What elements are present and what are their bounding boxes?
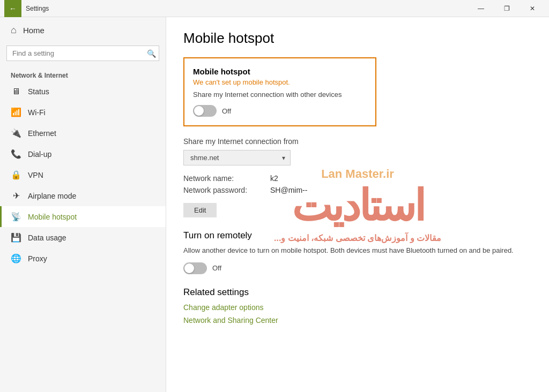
airplane-icon: ✈	[11, 191, 21, 201]
close-button[interactable]: ✕	[520, 0, 545, 17]
datausage-icon: 💾	[11, 232, 21, 243]
sidebar-item-label: Airplane mode	[28, 192, 76, 200]
proxy-icon: 🌐	[11, 253, 21, 263]
sidebar-item-label: Wi-Fi	[28, 108, 46, 117]
remotely-toggle-label: Off	[212, 264, 221, 272]
sidebar-section-title: Network & Internet	[0, 67, 166, 81]
sidebar-item-label: Ethernet	[28, 129, 56, 138]
ethernet-icon: 🔌	[11, 128, 21, 138]
toggle-knob	[194, 106, 204, 116]
maximize-button[interactable]: ❐	[494, 0, 519, 17]
home-label: Home	[23, 26, 44, 35]
network-password-key: Network password:	[183, 186, 264, 194]
titlebar: ← Settings — ❐ ✕	[0, 0, 549, 17]
remotely-description: Allow another device to turn on mobile h…	[183, 245, 532, 256]
remotely-toggle-row: Off	[183, 262, 532, 274]
hotspot-card: Mobile hotspot We can't set up mobile ho…	[183, 57, 376, 126]
sidebar-item-label: Data usage	[28, 233, 66, 242]
network-password-value: SH@mim--	[270, 186, 532, 194]
hotspot-icon: 📡	[11, 212, 21, 222]
sidebar-item-dialup[interactable]: 📞 Dial-up	[0, 144, 166, 164]
status-icon: 🖥	[11, 87, 21, 96]
sidebar-item-hotspot[interactable]: 📡 Mobile hotspot	[0, 206, 166, 227]
sidebar-item-label: Proxy	[28, 254, 47, 263]
hotspot-toggle[interactable]	[193, 105, 217, 117]
back-button[interactable]: ←	[4, 0, 21, 17]
sidebar-item-status[interactable]: 🖥 Status	[0, 81, 166, 102]
sidebar-item-datausage[interactable]: 💾 Data usage	[0, 227, 166, 248]
hotspot-description: Share my Internet connection with other …	[193, 91, 367, 99]
network-name-value: k2	[270, 174, 532, 183]
sidebar-item-proxy[interactable]: 🌐 Proxy	[0, 248, 166, 269]
sidebar-item-label: Status	[28, 87, 49, 96]
vpn-icon: 🔒	[11, 170, 21, 180]
connection-dropdown[interactable]: shme.net	[183, 150, 291, 165]
sidebar-item-vpn[interactable]: 🔒 VPN	[0, 164, 166, 185]
sidebar-item-label: Dial-up	[28, 150, 51, 159]
hotspot-toggle-label: Off	[222, 107, 231, 115]
window-title: Settings	[26, 5, 469, 12]
home-nav-item[interactable]: ⌂ Home	[0, 17, 166, 43]
network-info-grid: Network name: k2 Network password: SH@mi…	[183, 174, 532, 194]
hotspot-card-title: Mobile hotspot	[193, 67, 367, 76]
main-layout: ⌂ Home 🔍 Network & Internet 🖥 Status 📶 W…	[0, 17, 549, 392]
search-box: 🔍	[6, 46, 159, 61]
sidebar-item-wifi[interactable]: 📶 Wi-Fi	[0, 102, 166, 123]
hotspot-toggle-row: Off	[193, 105, 367, 117]
content-area: Mobile hotspot Mobile hotspot We can't s…	[166, 17, 549, 392]
related-settings-heading: Related settings	[183, 287, 532, 298]
connection-dropdown-wrap: shme.net	[183, 150, 291, 165]
remotely-toggle-knob	[184, 263, 194, 273]
hotspot-error-message: We can't set up mobile hotspot.	[193, 78, 367, 86]
search-input[interactable]	[6, 46, 159, 61]
network-name-key: Network name:	[183, 174, 264, 183]
sidebar-item-ethernet[interactable]: 🔌 Ethernet	[0, 123, 166, 144]
sidebar-item-airplane[interactable]: ✈ Airplane mode	[0, 185, 166, 206]
home-icon: ⌂	[11, 25, 17, 36]
search-icon[interactable]: 🔍	[147, 49, 156, 58]
sidebar-item-label: VPN	[28, 171, 43, 179]
change-adapter-link[interactable]: Change adapter options	[183, 303, 532, 312]
remotely-toggle[interactable]	[183, 262, 207, 274]
wifi-icon: 📶	[11, 107, 21, 117]
connection-dropdown-row: shme.net	[183, 150, 532, 165]
remotely-heading: Turn on remotely	[183, 230, 532, 241]
sidebar: ⌂ Home 🔍 Network & Internet 🖥 Status 📶 W…	[0, 17, 166, 392]
page-title: Mobile hotspot	[183, 30, 532, 47]
window-controls: — ❐ ✕	[469, 0, 545, 17]
edit-button[interactable]: Edit	[183, 203, 217, 217]
minimize-button[interactable]: —	[469, 0, 493, 17]
dialup-icon: 📞	[11, 149, 21, 159]
sidebar-item-label: Mobile hotspot	[28, 213, 77, 221]
share-from-label: Share my Internet connection from	[183, 137, 532, 146]
sharing-center-link[interactable]: Network and Sharing Center	[183, 316, 532, 325]
